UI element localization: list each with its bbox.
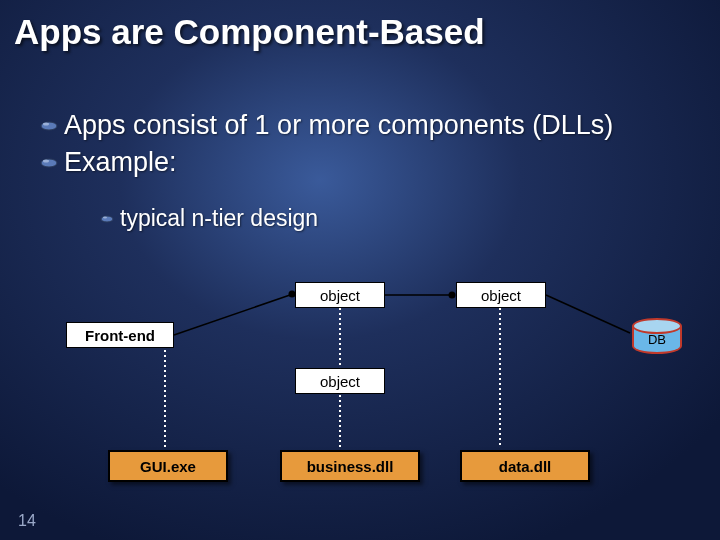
svg-point-13 <box>101 216 113 222</box>
db-label: DB <box>632 332 682 347</box>
bullet-item: Apps consist of 1 or more components (DL… <box>40 110 700 141</box>
svg-point-12 <box>43 159 49 162</box>
bullet-text: Example: <box>64 147 177 178</box>
svg-line-0 <box>174 295 290 335</box>
svg-point-14 <box>103 216 107 218</box>
node-object: object <box>295 368 385 394</box>
sub-bullet-item: typical n-tier design <box>100 205 318 232</box>
svg-line-4 <box>546 295 630 333</box>
bullet-icon <box>40 158 58 168</box>
svg-point-3 <box>449 292 456 299</box>
slide-number: 14 <box>18 512 36 530</box>
node-object: object <box>456 282 546 308</box>
node-frontend: Front-end <box>66 322 174 348</box>
bullet-text: Apps consist of 1 or more components (DL… <box>64 110 613 141</box>
bullet-icon <box>100 215 114 223</box>
node-data-dll: data.dll <box>460 450 590 482</box>
node-object: object <box>295 282 385 308</box>
bullet-item: Example: <box>40 147 700 178</box>
db-icon: DB <box>632 318 682 358</box>
svg-point-11 <box>41 159 57 167</box>
node-business-dll: business.dll <box>280 450 420 482</box>
svg-point-10 <box>43 122 49 125</box>
node-gui-exe: GUI.exe <box>108 450 228 482</box>
sub-bullet-text: typical n-tier design <box>120 205 318 232</box>
bullet-icon <box>40 121 58 131</box>
svg-point-9 <box>41 122 57 130</box>
slide-title: Apps are Component-Based <box>14 12 485 52</box>
bullet-list: Apps consist of 1 or more components (DL… <box>40 110 700 184</box>
